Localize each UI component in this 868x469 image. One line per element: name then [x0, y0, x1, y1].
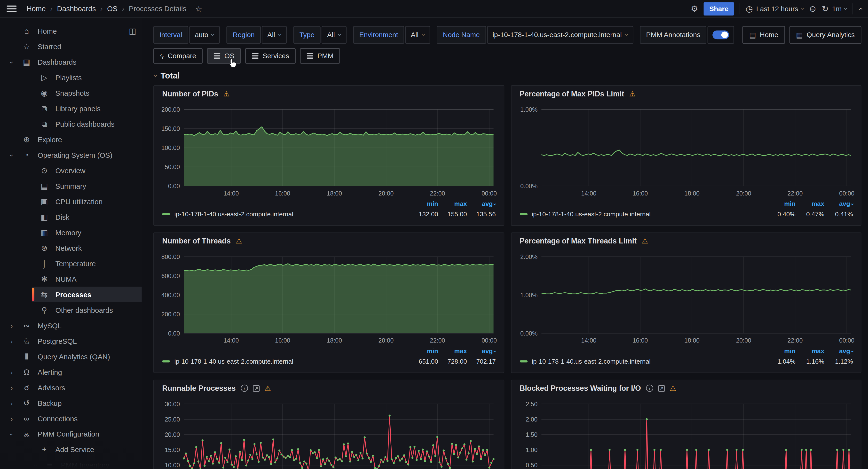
query-analytics-button[interactable]: ▦ Query Analytics: [789, 26, 861, 43]
time-range-picker[interactable]: ◷ Last 12 hours ›: [746, 4, 804, 13]
sidebar-item-alerting[interactable]: ›ΩAlerting: [0, 364, 142, 380]
sidebar-item-network[interactable]: ⊛Network: [0, 240, 142, 256]
refresh-picker[interactable]: ↻ 1m ›: [822, 4, 847, 13]
legend-sort-max[interactable]: max: [438, 200, 467, 207]
sidebar-item-explore[interactable]: ⊕Explore: [0, 132, 142, 147]
os-button[interactable]: OS: [207, 48, 241, 64]
sidebar-item-summary[interactable]: ▤Summary: [0, 178, 142, 194]
share-button[interactable]: Share: [704, 2, 734, 15]
external-link-icon[interactable]: ↗: [658, 385, 665, 392]
panel-header[interactable]: Percentage of Max Threads Limit ⚠: [516, 233, 856, 249]
legend-series-row[interactable]: ip-10-178-1-40.us-east-2.compute.interna…: [520, 211, 853, 218]
sidebar-item-operating-system-os[interactable]: ›◔Operating System (OS): [0, 147, 142, 163]
pmm-annotations-toggle[interactable]: [708, 26, 734, 43]
warning-icon[interactable]: ⚠: [265, 384, 271, 393]
sidebar-item-numa[interactable]: ✻NUMA: [0, 271, 142, 287]
sidebar-item-disk[interactable]: ◧Disk: [0, 209, 142, 225]
warning-icon[interactable]: ⚠: [670, 384, 676, 393]
favorite-star-icon[interactable]: ☆: [195, 4, 202, 13]
time-series-plot[interactable]: 14:0016:0018:0020:0022:0000:0030.0025.00…: [158, 396, 499, 469]
total-section-header[interactable]: › Total: [154, 71, 861, 80]
legend-sort-max[interactable]: max: [438, 348, 467, 354]
dock-sidebar-icon[interactable]: ◫: [129, 27, 136, 36]
home-button[interactable]: ▤ Home: [742, 26, 785, 43]
external-link-icon[interactable]: ↗: [253, 385, 259, 392]
chevron-right-icon[interactable]: ›: [6, 414, 17, 423]
main-menu-icon[interactable]: [6, 5, 17, 12]
sidebar-item-advisors[interactable]: ›☌Advisors: [0, 380, 142, 395]
sidebar-item-snapshots[interactable]: ◉Snapshots: [0, 85, 142, 101]
chevron-down-icon[interactable]: ›: [31, 461, 41, 469]
collapse-caret-icon[interactable]: ›: [856, 7, 864, 10]
filter-value-dropdown[interactable]: All›: [262, 26, 287, 43]
panel-header[interactable]: Number of PIDs ⚠: [158, 86, 499, 102]
sidebar-item-processes[interactable]: ⇆Processes: [0, 287, 142, 302]
time-series-plot[interactable]: 14:0016:0018:0020:0022:0000:001.00%0.00%: [516, 102, 856, 199]
sidebar-item-cpu-utilization[interactable]: ▣CPU utilization: [0, 194, 142, 209]
legend-series-row[interactable]: ip-10-178-1-40.us-east-2.compute.interna…: [162, 358, 496, 365]
breadcrumb-home[interactable]: Home: [27, 4, 46, 12]
filter-value-dropdown[interactable]: All›: [405, 26, 430, 43]
panel-header[interactable]: Number of Threads ⚠: [158, 233, 499, 249]
sidebar-item-starred[interactable]: ☆Starred: [0, 39, 142, 54]
legend-sort-max[interactable]: max: [796, 348, 825, 354]
time-series-plot[interactable]: 14:0016:0018:0020:0022:0000:00200.00150.…: [158, 102, 499, 199]
sidebar-item-other-dashboards[interactable]: ⚲Other dashboards: [0, 302, 142, 318]
filter-value-dropdown[interactable]: auto›: [189, 26, 220, 43]
sidebar-item-backup[interactable]: ›↺Backup: [0, 395, 142, 411]
chevron-right-icon[interactable]: ›: [6, 321, 17, 330]
time-series-plot[interactable]: 14:0016:0018:0020:0022:0000:002.502.001.…: [516, 396, 856, 469]
sidebar-item-public-dashboards[interactable]: ⧉Public dashboards: [0, 116, 142, 132]
sidebar-item-connections[interactable]: ›∞Connections: [0, 411, 142, 426]
sidebar-item-library-panels[interactable]: ⧉Library panels: [0, 101, 142, 116]
sidebar-item-overview[interactable]: ⊙Overview: [0, 163, 142, 178]
legend-sort-avg[interactable]: avg›: [467, 348, 496, 354]
time-series-plot[interactable]: 14:0016:0018:0020:0022:0000:00800.00600.…: [158, 249, 499, 346]
sidebar-item-dashboards[interactable]: ›▦Dashboards: [0, 54, 142, 70]
info-icon[interactable]: i: [646, 385, 653, 392]
panel-header[interactable]: Runnable Processes i ↗ ⚠: [158, 380, 499, 396]
chevron-right-icon[interactable]: ›: [6, 383, 17, 392]
sidebar-item-pmm-inventory[interactable]: ›≣PMM Inventory: [0, 457, 142, 469]
filter-value-dropdown[interactable]: All›: [321, 26, 346, 43]
legend-sort-min[interactable]: min: [409, 200, 438, 207]
sidebar-item-playlists[interactable]: ▷Playlists: [0, 70, 142, 85]
panel-header[interactable]: Blocked Processes Waiting for I/O i ↗ ⚠: [516, 380, 856, 396]
legend-sort-avg[interactable]: avg›: [467, 200, 496, 207]
pmm-button[interactable]: PMM: [300, 48, 340, 64]
sidebar-item-mysql[interactable]: ›∾MySQL: [0, 318, 142, 333]
legend-series-row[interactable]: ip-10-178-1-40.us-east-2.compute.interna…: [162, 211, 496, 218]
chevron-down-icon[interactable]: ›: [6, 151, 17, 159]
sidebar-item-postgresql[interactable]: ›♘PostgreSQL: [0, 333, 142, 349]
chevron-down-icon[interactable]: ›: [6, 430, 17, 438]
breadcrumb-os[interactable]: OS: [107, 4, 118, 12]
filter-value-dropdown[interactable]: ip-10-178-1-40.us-east-2.compute.interna…: [487, 26, 633, 43]
sidebar-item-home[interactable]: ⌂Home◫: [0, 23, 142, 39]
sidebar-item-memory[interactable]: ▥Memory: [0, 225, 142, 240]
sidebar-item-add-service[interactable]: +Add Service: [0, 442, 142, 457]
legend-sort-min[interactable]: min: [767, 200, 796, 207]
compare-button[interactable]: ϟ Compare: [153, 48, 203, 64]
legend-sort-min[interactable]: min: [409, 348, 438, 354]
panel-header[interactable]: Percentage of Max PIDs Limit ⚠: [516, 86, 856, 102]
chevron-right-icon[interactable]: ›: [6, 368, 17, 376]
sidebar-item-pmm-configuration[interactable]: ›⩕PMM Configuration: [0, 426, 142, 442]
legend-sort-avg[interactable]: avg›: [825, 348, 853, 354]
chevron-right-icon[interactable]: ›: [6, 337, 17, 345]
warning-icon[interactable]: ⚠: [236, 237, 242, 245]
legend-sort-max[interactable]: max: [796, 200, 825, 207]
services-button[interactable]: Services: [246, 48, 296, 64]
warning-icon[interactable]: ⚠: [642, 237, 648, 245]
sidebar-item-temperature[interactable]: ⌡Temperature: [0, 256, 142, 271]
time-series-plot[interactable]: 14:0016:0018:0020:0022:0000:002.00%1.00%…: [516, 249, 856, 346]
warning-icon[interactable]: ⚠: [223, 90, 230, 98]
legend-sort-min[interactable]: min: [767, 348, 796, 354]
warning-icon[interactable]: ⚠: [629, 90, 636, 98]
legend-sort-avg[interactable]: avg›: [825, 200, 853, 207]
sidebar-item-query-analytics-qan[interactable]: ⦀Query Analytics (QAN): [0, 349, 142, 364]
zoom-out-icon[interactable]: ⊖: [809, 4, 816, 13]
chevron-right-icon[interactable]: ›: [6, 399, 17, 407]
settings-gear-icon[interactable]: ⚙: [691, 4, 698, 13]
info-icon[interactable]: i: [241, 385, 248, 392]
chevron-down-icon[interactable]: ›: [6, 58, 17, 66]
